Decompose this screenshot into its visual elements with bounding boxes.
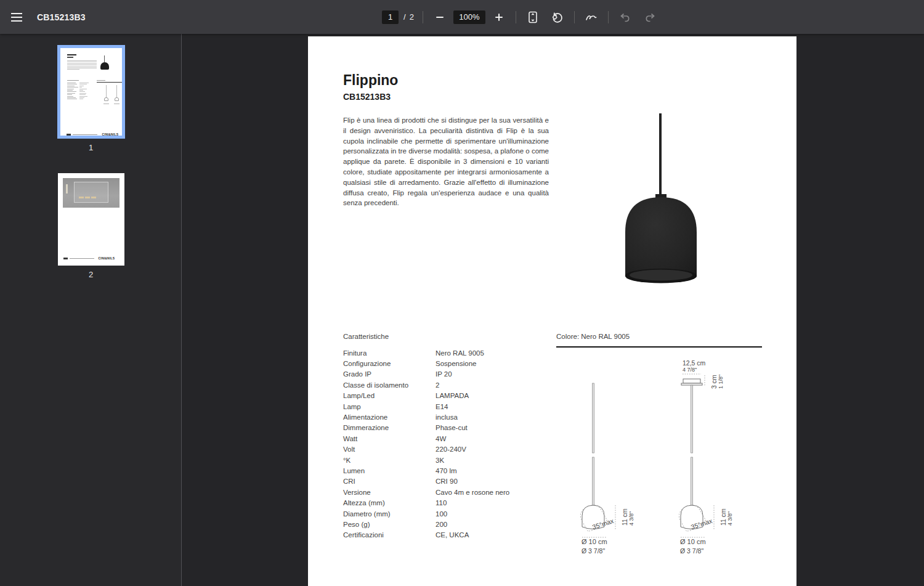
pdf-page-1: Flippino CB15213B3 Flip è una linea di p…	[308, 36, 796, 586]
toolbar-divider	[608, 11, 609, 23]
zoom-level-input[interactable]	[453, 10, 485, 24]
redo-icon[interactable]	[642, 9, 658, 25]
mini-brand-logo: CINI&NILS	[102, 132, 119, 136]
dim-diameter-in-right: Ø 3 7/8"	[680, 547, 703, 555]
color-rule	[556, 346, 762, 348]
toolbar-divider	[423, 11, 423, 23]
thumbnail-page-1-label: 1	[89, 143, 93, 152]
mini-lamp	[100, 62, 109, 70]
page-number-input[interactable]	[382, 10, 399, 24]
spec-row: Watt4W	[343, 433, 553, 444]
spec-row: Classe di isolamento2	[343, 380, 553, 390]
zoom-in-icon[interactable]	[491, 9, 507, 25]
rotate-icon[interactable]	[549, 9, 565, 25]
dim-canopy-width-cm: 12,5 cm	[683, 359, 705, 367]
specs-header: Caratteristiche	[343, 333, 389, 340]
page-separator: /	[403, 12, 406, 22]
spec-row: Lamp/LedLAMPADA	[343, 391, 553, 401]
spec-row: FinituraNero RAL 9005	[343, 348, 553, 358]
spec-row: VersioneCavo 4m e rosone nero	[343, 487, 553, 497]
mini-title	[67, 54, 76, 55]
menu-icon[interactable]	[9, 9, 25, 25]
dim-diameter-in-left: Ø 3 7/8"	[582, 547, 605, 555]
toolbar-divider	[574, 11, 575, 23]
spec-row: °K3K	[343, 455, 553, 465]
dim-canopy-width-in: 4 7/8"	[683, 367, 697, 373]
dim-diameter-cm-left: Ø 10 cm	[582, 538, 607, 545]
spec-row: DimmerazionePhase-cut	[343, 423, 553, 433]
spec-row: Volt220-240V	[343, 444, 553, 455]
dim-body-height-left: 11 cm 4 3/8"	[621, 497, 634, 526]
thumbnail-page-2[interactable]: CINI&NILS	[58, 173, 124, 266]
mini-rule	[97, 82, 123, 83]
dim-diameter-cm-right: Ø 10 cm	[680, 538, 706, 545]
document-title: CB15213B3	[37, 12, 86, 22]
mini-room-photo	[63, 178, 120, 208]
mini-lamp-cable	[104, 55, 105, 62]
product-description: Flip è una linea di prodotti che si dist…	[343, 115, 549, 208]
product-photo-cable	[659, 113, 662, 197]
spec-row: LampE14	[343, 401, 553, 412]
product-code: CB15213B3	[343, 92, 391, 102]
spec-row: Diametro (mm)100	[343, 508, 553, 519]
dim-body-height-right: 11 cm 4 3/8"	[719, 497, 733, 526]
thumbnail-page-2-label: 2	[89, 270, 93, 279]
pdf-viewer-area[interactable]: Flippino CB15213B3 Flip è una linea di p…	[182, 34, 924, 586]
spec-row: ConfigurazioneSospensione	[343, 358, 553, 368]
fit-to-page-icon[interactable]	[525, 9, 541, 25]
product-photo-lamp	[623, 194, 699, 284]
color-label: Colore: Nero RAL 9005	[556, 333, 630, 340]
zoom-out-icon[interactable]	[432, 9, 448, 25]
product-title: Flippino	[343, 72, 398, 89]
pdf-toolbar: CB15213B3 / 2	[0, 0, 924, 34]
spec-row: Alimentazioneinclusa	[343, 412, 553, 422]
spec-row: Lumen470 lm	[343, 465, 553, 476]
annotate-pen-icon[interactable]	[583, 9, 599, 25]
spec-row: Altezza (mm)110	[343, 497, 553, 508]
spec-row: Peso (g)200	[343, 519, 553, 529]
spec-row: CRICRI 90	[343, 476, 553, 487]
thumbnail-page-1[interactable]: CINI&NILS	[57, 45, 125, 139]
mini-brand-logo: CINI&NILS	[99, 256, 115, 260]
toolbar-divider	[516, 11, 516, 23]
spec-row: Grado IPIP 20	[343, 369, 553, 380]
thumbnail-sidebar: CINI&NILS 1 CINI&NILS 2	[0, 34, 182, 586]
specs-table: FinituraNero RAL 9005 ConfigurazioneSosp…	[343, 348, 553, 540]
undo-icon[interactable]	[617, 9, 633, 25]
page-count: 2	[410, 12, 414, 22]
dim-canopy-height: 3 cm 1 1/8"	[710, 362, 724, 389]
spec-row: CertificazioniCE, UKCA	[343, 530, 553, 540]
